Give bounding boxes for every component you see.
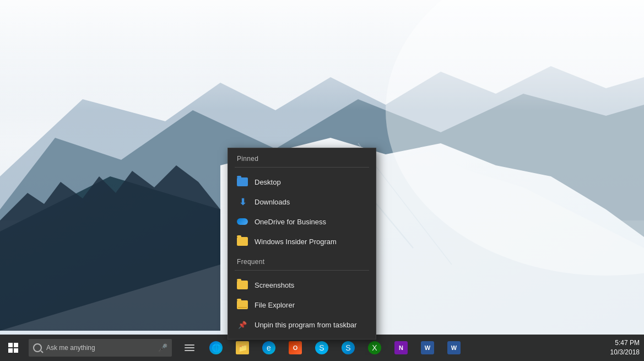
file-explorer-taskbar-icon: 📁 — [236, 341, 249, 354]
start-icon — [8, 343, 18, 353]
onedrive-icon — [237, 216, 248, 227]
menu-item-file-explorer-label: File Explorer — [255, 301, 295, 309]
skype-icon: S — [342, 341, 355, 354]
menu-item-desktop-label: Desktop — [255, 178, 281, 186]
menu-item-insider-label: Windows Insider Program — [255, 238, 337, 246]
folder-blue-icon — [237, 176, 248, 187]
menu-item-screenshots-label: Screenshots — [255, 281, 294, 289]
skype-business-icon: S — [315, 341, 328, 354]
menu-item-downloads[interactable]: ⬇ Downloads — [228, 192, 376, 212]
frequent-header: Frequent — [228, 251, 376, 270]
time-display[interactable]: 5:47 PM 10/3/2018 — [610, 338, 640, 357]
menu-item-screenshots[interactable]: Screenshots — [228, 275, 376, 295]
xbox-icon: X — [368, 341, 381, 354]
word-icon: W — [421, 341, 434, 354]
globe-button[interactable]: 🌐 — [203, 335, 229, 361]
menu-item-insider[interactable]: Windows Insider Program — [228, 231, 376, 251]
unpin-icon: 📌 — [237, 319, 248, 330]
task-view-icon — [185, 344, 194, 351]
taskbar-right: 5:47 PM 10/3/2018 — [610, 338, 644, 357]
onenote-icon: N — [394, 341, 408, 354]
time: 5:47 PM — [610, 338, 640, 348]
pinned-header: Pinned — [228, 148, 376, 167]
menu-item-onedrive[interactable]: OneDrive for Business — [228, 212, 376, 231]
word-button[interactable]: W — [414, 335, 441, 361]
context-menu: Pinned Desktop ⬇ Downloads OneDrive for … — [228, 148, 376, 340]
onenote-button[interactable]: N — [388, 335, 414, 361]
frequent-divider — [235, 270, 369, 271]
menu-item-downloads-label: Downloads — [255, 198, 290, 206]
outlook-icon: O — [289, 341, 302, 354]
task-view-button[interactable] — [176, 335, 203, 361]
start-button[interactable] — [0, 335, 26, 361]
word2-button[interactable]: W — [441, 335, 467, 361]
word2-icon: W — [447, 341, 461, 354]
search-placeholder: Ask me anything — [46, 344, 95, 352]
pinned-divider — [235, 167, 369, 168]
menu-item-desktop[interactable]: Desktop — [228, 172, 376, 192]
menu-item-unpin-label: Unpin this program from taskbar — [255, 321, 357, 329]
search-bar[interactable]: Ask me anything 🎤 — [29, 339, 172, 357]
microphone-icon: 🎤 — [158, 343, 167, 352]
folder-yellow-icon — [237, 236, 248, 247]
menu-item-unpin[interactable]: 📌 Unpin this program from taskbar — [228, 315, 376, 335]
screenshots-folder-icon — [237, 279, 248, 290]
file-explorer-icon — [237, 299, 248, 310]
edge-icon: e — [262, 341, 275, 354]
search-icon — [33, 343, 42, 352]
date: 10/3/2018 — [610, 348, 640, 357]
menu-item-onedrive-label: OneDrive for Business — [255, 218, 326, 226]
globe-icon: 🌐 — [209, 341, 223, 354]
menu-item-file-explorer[interactable]: File Explorer — [228, 295, 376, 315]
download-icon: ⬇ — [237, 196, 248, 207]
